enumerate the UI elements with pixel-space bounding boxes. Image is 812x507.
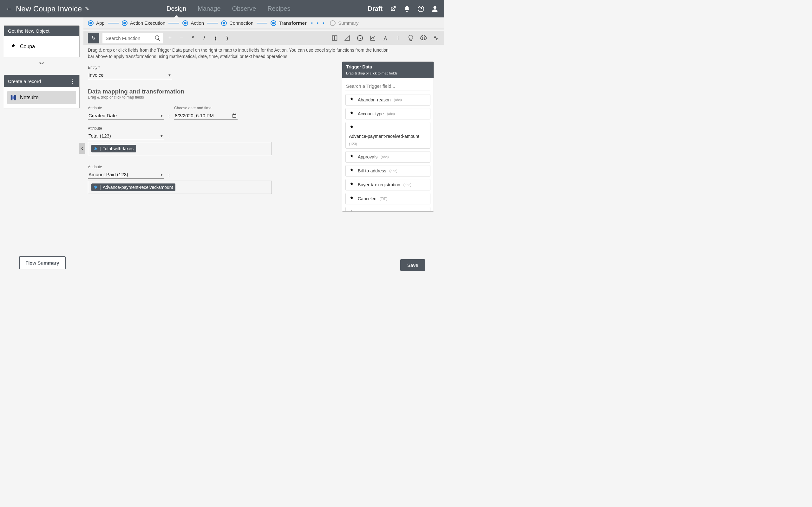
date-label: Choose date and time xyxy=(174,106,238,110)
tab-recipes[interactable]: Recipes xyxy=(267,5,290,12)
step-card-trigger[interactable]: Get the New Object Coupa xyxy=(4,25,80,57)
step-app[interactable]: App xyxy=(88,20,105,26)
chart-icon[interactable] xyxy=(369,35,376,42)
step-menu-icon[interactable]: ⋮ xyxy=(69,78,75,84)
collapse-sidebar-handle[interactable]: ‹ xyxy=(79,143,85,154)
attr-label: Attribute xyxy=(88,165,164,169)
trigger-field-type: (abc) xyxy=(394,98,402,102)
coupa-icon xyxy=(349,196,355,202)
attr-select[interactable]: Created Date▼ xyxy=(88,112,164,120)
back-arrow-icon[interactable]: ← xyxy=(6,5,13,13)
trigger-field-item[interactable]: Bill-to-address(abc) xyxy=(345,165,430,176)
coupa-icon xyxy=(349,111,355,117)
flow-chevron-icon: ︾ xyxy=(4,60,80,68)
coupa-icon xyxy=(349,210,355,211)
expression-input[interactable]: ✱|Advance-payment-received-amount xyxy=(88,181,272,194)
op-plus[interactable]: + xyxy=(166,35,174,42)
trigger-field-item[interactable]: Abandon-reason(abc) xyxy=(345,94,430,106)
coupa-token-icon: ✱ xyxy=(94,146,98,151)
trigger-field-name: Abandon-reason xyxy=(358,97,391,102)
chevron-down-icon: ▼ xyxy=(168,73,171,77)
date-input[interactable]: 8/3/2020, 6:10 PM xyxy=(174,112,238,120)
trigger-data-panel: Trigger Data Drag & drop or click to map… xyxy=(342,61,434,212)
trigger-field-name: Canceled xyxy=(358,196,376,201)
op-paren-close[interactable]: ) xyxy=(223,35,231,42)
function-search-input[interactable] xyxy=(102,33,163,43)
gears-icon[interactable] xyxy=(433,35,440,42)
function-bar: fx + − * / ( ) xyxy=(84,32,444,45)
trigger-search-input[interactable] xyxy=(345,81,430,91)
flow-sidebar: Get the New Object Coupa ︾ Create a reco… xyxy=(0,17,84,277)
status-badge: Draft xyxy=(368,5,383,12)
user-icon[interactable] xyxy=(432,5,438,12)
step-title: Get the New Object xyxy=(8,28,49,34)
edit-title-icon[interactable]: ✎ xyxy=(85,6,89,12)
step-action-execution[interactable]: Action Execution xyxy=(122,20,165,26)
step-dots: • • • xyxy=(311,20,326,26)
save-button[interactable]: Save xyxy=(400,259,425,271)
tab-observe[interactable]: Observe xyxy=(232,5,256,12)
main-panel: App Action Execution Action Connection T… xyxy=(84,17,444,277)
connector-chip-coupa[interactable]: Coupa xyxy=(7,40,76,53)
page-title: New Coupa Invoice xyxy=(16,4,82,13)
info-icon[interactable] xyxy=(395,35,402,42)
trigger-field-item[interactable]: Account-type(abc) xyxy=(345,108,430,119)
angle-icon[interactable] xyxy=(344,35,351,42)
trigger-field-item[interactable]: Approvals(abc) xyxy=(345,151,430,163)
search-icon[interactable] xyxy=(154,35,161,41)
step-summary[interactable]: Summary xyxy=(330,20,358,26)
trigger-field-item[interactable]: Buyer-tax-registration(abc) xyxy=(345,179,430,190)
op-divide[interactable]: / xyxy=(200,35,208,42)
help-icon[interactable] xyxy=(417,5,424,12)
step-transformer[interactable]: Transformer xyxy=(270,20,307,26)
top-tabs: Design Manage Observe Recipes xyxy=(89,5,368,12)
netsuite-icon xyxy=(10,94,17,101)
trigger-field-item[interactable]: Cash-accounting-scheme-reference(abc) xyxy=(345,207,430,211)
colon-icon: : xyxy=(168,106,170,119)
coupa-icon xyxy=(349,97,355,103)
op-multiply[interactable]: * xyxy=(189,35,197,42)
tab-design[interactable]: Design xyxy=(166,5,186,12)
svg-point-2 xyxy=(437,38,438,40)
tab-manage[interactable]: Manage xyxy=(198,5,220,12)
field-token: ✱|Advance-payment-received-amount xyxy=(91,183,175,191)
trigger-field-name: Account-type xyxy=(358,111,384,116)
attr-select[interactable]: Amount Paid (123)▼ xyxy=(88,170,164,179)
trigger-field-name: Approvals xyxy=(358,154,377,159)
trigger-field-item[interactable]: Advance-payment-received-amount(123) xyxy=(345,122,430,149)
trigger-field-type: (abc) xyxy=(403,183,411,187)
entity-field[interactable]: Entity * Invoice▼ xyxy=(88,65,172,79)
step-card-action[interactable]: Create a record ⋮ Netsuite xyxy=(4,75,80,108)
op-minus[interactable]: − xyxy=(177,35,186,42)
expression-input[interactable]: ✱|Total-with-taxes xyxy=(88,142,272,155)
app-header: ← New Coupa Invoice ✎ Design Manage Obse… xyxy=(0,0,444,17)
bell-icon[interactable] xyxy=(403,5,410,12)
attr-label: Attribute xyxy=(88,126,164,130)
step-action[interactable]: Action xyxy=(183,20,204,26)
colon-icon: : xyxy=(168,165,170,178)
op-paren-open[interactable]: ( xyxy=(212,35,220,42)
entity-label: Entity * xyxy=(88,65,172,70)
flow-summary-button[interactable]: Flow Summary xyxy=(19,257,66,269)
entity-value: Invoice xyxy=(89,72,104,78)
trigger-field-type: (abc) xyxy=(380,155,389,159)
attr-select[interactable]: Total (123)▼ xyxy=(88,132,164,140)
external-link-icon[interactable] xyxy=(390,5,397,12)
trigger-field-type: (T/F) xyxy=(380,197,387,201)
step-connection[interactable]: Connection xyxy=(221,20,253,26)
calendar-icon[interactable] xyxy=(232,113,237,118)
brain-icon[interactable] xyxy=(420,35,427,42)
math-icon[interactable] xyxy=(331,35,338,42)
coupa-icon xyxy=(349,125,355,130)
text-icon[interactable] xyxy=(382,35,389,42)
wizard-stepper: App Action Execution Action Connection T… xyxy=(84,17,444,30)
trigger-field-item[interactable]: Canceled(T/F) xyxy=(345,193,430,205)
clock-icon[interactable] xyxy=(357,35,363,42)
connector-chip-netsuite[interactable]: Netsuite xyxy=(7,91,76,104)
trigger-field-type: (123) xyxy=(349,142,357,146)
fx-icon[interactable]: fx xyxy=(88,33,99,43)
trigger-field-name: Advance-payment-received-amount xyxy=(349,134,419,139)
svg-point-1 xyxy=(434,36,436,38)
trigger-field-type: (abc) xyxy=(389,169,397,173)
lightbulb-icon[interactable] xyxy=(407,35,414,42)
